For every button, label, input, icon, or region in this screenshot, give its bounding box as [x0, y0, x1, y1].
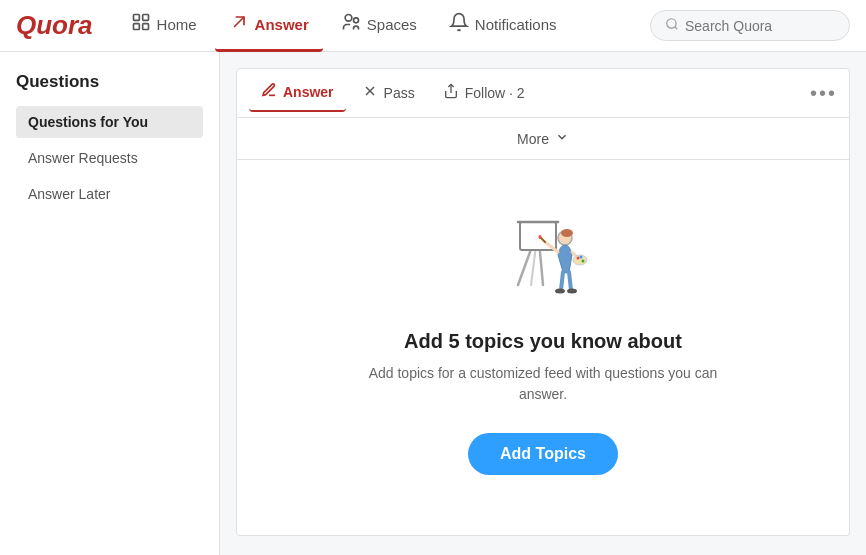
svg-point-30: [582, 260, 585, 263]
svg-point-6: [353, 17, 358, 22]
answer-action-icon: [261, 82, 277, 102]
empty-state-card: Add 5 topics you know about Add topics f…: [236, 160, 850, 536]
pass-action-label: Pass: [384, 85, 415, 101]
svg-point-25: [567, 289, 577, 294]
svg-point-28: [577, 257, 580, 260]
quora-logo[interactable]: Quora: [16, 10, 93, 41]
sidebar-item-for-you[interactable]: Questions for You: [16, 106, 203, 138]
more-label: More: [517, 131, 549, 147]
svg-line-23: [569, 272, 571, 290]
svg-rect-0: [133, 14, 139, 20]
empty-illustration: [488, 200, 598, 310]
nav-home[interactable]: Home: [117, 0, 211, 52]
svg-line-8: [675, 27, 678, 30]
nav-notifications-label: Notifications: [475, 16, 557, 33]
svg-point-21: [539, 235, 542, 239]
nav-spaces-label: Spaces: [367, 16, 417, 33]
add-topics-button[interactable]: Add Topics: [468, 433, 618, 475]
svg-point-18: [561, 229, 573, 237]
nav-answer[interactable]: Answer: [215, 0, 323, 52]
search-box[interactable]: [650, 10, 850, 41]
svg-rect-3: [142, 23, 148, 29]
answer-action-label: Answer: [283, 84, 334, 100]
empty-state-title: Add 5 topics you know about: [404, 330, 682, 353]
more-options-button[interactable]: •••: [810, 82, 837, 105]
main-content: Answer Pass Follow · 2 ••• More: [220, 52, 866, 555]
answer-icon: [229, 12, 249, 37]
follow-action-icon: [443, 83, 459, 103]
action-bar: Answer Pass Follow · 2 •••: [236, 68, 850, 118]
chevron-down-icon: [555, 130, 569, 147]
svg-rect-1: [142, 14, 148, 20]
nav-home-label: Home: [157, 16, 197, 33]
svg-point-5: [345, 14, 352, 21]
nav-spaces[interactable]: Spaces: [327, 0, 431, 52]
more-bar[interactable]: More: [236, 118, 850, 160]
sidebar-item-later[interactable]: Answer Later: [16, 178, 203, 210]
top-navigation: Quora Home Answer Spaces Notifications: [0, 0, 866, 52]
bell-icon: [449, 12, 469, 37]
svg-point-7: [667, 19, 676, 28]
sidebar-title: Questions: [16, 72, 203, 92]
svg-rect-2: [133, 23, 139, 29]
nav-notifications[interactable]: Notifications: [435, 0, 571, 52]
pass-action-button[interactable]: Pass: [350, 75, 427, 111]
svg-line-4: [234, 17, 244, 27]
pass-action-icon: [362, 83, 378, 103]
empty-state-description: Add topics for a customized feed with qu…: [353, 363, 733, 405]
svg-line-22: [561, 272, 563, 290]
search-icon: [665, 17, 679, 34]
follow-action-label: Follow · 2: [465, 85, 525, 101]
nav-items: Home Answer Spaces Notifications: [117, 0, 650, 52]
follow-action-button[interactable]: Follow · 2: [431, 75, 537, 111]
sidebar-item-requests[interactable]: Answer Requests: [16, 142, 203, 174]
sidebar: Questions Questions for You Answer Reque…: [0, 52, 220, 555]
home-icon: [131, 12, 151, 37]
svg-point-24: [555, 289, 565, 294]
search-input[interactable]: [685, 18, 835, 34]
nav-answer-label: Answer: [255, 16, 309, 33]
answer-action-button[interactable]: Answer: [249, 74, 346, 112]
svg-point-29: [580, 256, 583, 259]
spaces-icon: [341, 12, 361, 37]
